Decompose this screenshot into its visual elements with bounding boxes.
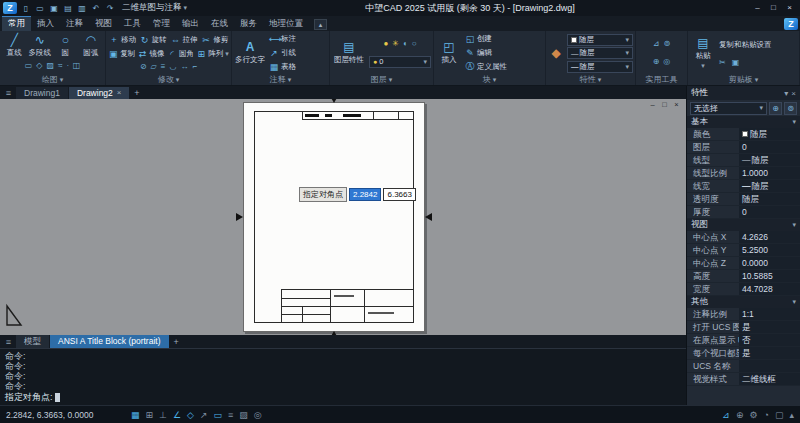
lineweight-toggle-icon[interactable]: ≡ — [228, 407, 233, 423]
maximize-button[interactable]: □ — [766, 2, 781, 14]
property-value[interactable]: 44.7028 — [739, 283, 800, 295]
layer-freeze-icon[interactable]: ✳ — [392, 39, 399, 49]
close-button[interactable]: × — [782, 2, 797, 14]
layout-list-icon[interactable]: ≡ — [2, 336, 15, 348]
status-menu-icon[interactable]: ▴ — [789, 407, 794, 423]
tab-model[interactable]: 模型 — [16, 335, 49, 348]
property-value[interactable]: 二维线框 — [739, 373, 800, 385]
polar-toggle-icon[interactable]: ∠ — [173, 407, 181, 423]
cut-icon[interactable]: ✂ — [719, 58, 726, 68]
property-value[interactable]: 1:1 — [739, 308, 800, 320]
explode-icon[interactable]: ◡ — [169, 62, 176, 72]
property-value[interactable]: 随层 — [739, 128, 800, 140]
rectangle-icon[interactable]: ▭ — [25, 61, 33, 71]
mtext-button[interactable]: A 多行文字 — [234, 32, 266, 74]
ribbon-tab-annotate[interactable]: 注释 — [60, 16, 89, 31]
new-tab-button[interactable]: + — [130, 87, 143, 99]
property-value[interactable]: 随层 — [739, 193, 800, 205]
layer-off-icon[interactable]: ○ — [412, 39, 417, 49]
property-value[interactable]: 5.2500 — [739, 244, 800, 256]
properties-palette-header[interactable]: 特性 ▾ × — [687, 86, 800, 100]
isolate-objects-icon[interactable]: ◔ — [764, 407, 769, 423]
ribbon-tab-insert[interactable]: 插入 — [31, 16, 60, 31]
property-value[interactable] — [739, 360, 800, 372]
annotation-scale-icon[interactable]: ⊿ — [722, 407, 730, 423]
properties-panel-caption[interactable]: 特性 ▾ — [548, 74, 633, 85]
draw-panel-caption[interactable]: 绘图 ▾ — [2, 74, 103, 85]
mirror-button[interactable]: ⇄镜像 — [138, 48, 165, 61]
layer-properties-button[interactable]: ▤ 图层特性 — [332, 32, 366, 74]
snap-toggle-icon[interactable]: ⊞ — [146, 407, 154, 423]
ribbon-tab-geolocation[interactable]: 地理位置 — [263, 16, 309, 31]
layer-on-icon[interactable]: ● — [383, 39, 388, 49]
ribbon-collapse-button[interactable]: ▴ — [314, 19, 327, 30]
circle-button[interactable]: ○ 圆 — [53, 34, 78, 58]
point-style-icon[interactable]: ⊕ — [653, 57, 660, 67]
edit-block-button[interactable]: ✎编辑 — [465, 47, 507, 60]
chamfer-icon[interactable]: ⌐ — [192, 62, 197, 72]
quick-select-button[interactable]: ⊚ — [784, 102, 797, 115]
leader-button[interactable]: ↗引线 — [269, 47, 296, 60]
grid-toggle-icon[interactable]: ▦ — [131, 407, 140, 423]
print-icon[interactable]: ▤ — [62, 3, 74, 14]
command-input[interactable]: 指定对角点: — [5, 391, 681, 403]
transparency-toggle-icon[interactable]: ▨ — [239, 407, 248, 423]
new-icon[interactable]: ▯ — [20, 3, 32, 14]
copy-paste-settings-button[interactable]: 复制和粘贴设置 — [719, 38, 772, 51]
tab-drawing1[interactable]: Drawing1 — [16, 87, 68, 99]
property-value[interactable]: —随层 — [739, 154, 800, 166]
ribbon-tab-manage[interactable]: 管理 — [147, 16, 176, 31]
open-icon[interactable]: ▭ — [34, 3, 46, 14]
scale-icon[interactable]: ▱ — [151, 62, 157, 72]
redo-icon[interactable]: ↷ — [104, 3, 116, 14]
doc-close-icon[interactable]: × — [672, 101, 681, 109]
plot-icon[interactable]: ▥ — [76, 3, 88, 14]
polyline-button[interactable]: ∿ 多段线 — [28, 34, 53, 58]
dynamic-input-toggle-icon[interactable]: ▭ — [213, 407, 222, 423]
ribbon-tab-output[interactable]: 输出 — [176, 16, 205, 31]
clean-screen-icon[interactable]: ▢ — [775, 407, 784, 423]
layers-panel-caption[interactable]: 图层 ▾ — [332, 74, 431, 85]
line-button[interactable]: ╱ 直线 — [2, 34, 27, 58]
dynamic-input-x-field[interactable]: 2.2842 — [349, 188, 381, 201]
array-button[interactable]: ⊞阵列▾ — [196, 48, 229, 61]
move-button[interactable]: +移动 — [109, 33, 136, 46]
block-panel-caption[interactable]: 块 ▾ — [436, 74, 543, 85]
dynamic-input-y-field[interactable]: 6.3663 — [383, 188, 415, 201]
linetype-control-combo[interactable]: — 随层 ▾ — [567, 47, 633, 59]
app-menu-icon[interactable]: Z — [3, 2, 17, 14]
property-value[interactable]: 0 — [739, 141, 800, 153]
offset-icon[interactable]: ≡ — [161, 62, 166, 72]
property-value[interactable]: 10.5885 — [739, 270, 800, 282]
layer-select-combo[interactable]: ● 0 ▾ — [369, 56, 431, 68]
command-window[interactable]: 命令: 命令: 命令: 命令: 指定对角点: — [0, 348, 686, 405]
ribbon-tab-view[interactable]: 视图 — [89, 16, 118, 31]
new-layout-button[interactable]: + — [170, 336, 183, 348]
ribbon-tab-tools[interactable]: 工具 — [118, 16, 147, 31]
tab-close-icon[interactable]: × — [117, 88, 122, 98]
create-block-button[interactable]: ◱创建 — [465, 33, 507, 46]
selection-cycling-toggle-icon[interactable]: ◎ — [254, 407, 262, 423]
region-icon[interactable]: ◫ — [73, 61, 81, 71]
workspace-gear-icon[interactable]: ⚙ — [749, 407, 757, 423]
ribbon-tab-home[interactable]: 常用 — [2, 16, 31, 31]
stretch-button[interactable]: ⇔拉伸 — [170, 33, 197, 46]
measure-icon[interactable]: ⊿ — [653, 39, 660, 49]
lineweight-control-combo[interactable]: — 随层 ▾ — [567, 61, 633, 73]
minimize-button[interactable]: – — [750, 2, 765, 14]
match-properties-button[interactable]: ◆ — [548, 32, 564, 74]
ortho-toggle-icon[interactable]: ⊥ — [159, 407, 167, 423]
property-value[interactable]: 否 — [739, 334, 800, 346]
property-value[interactable]: —随层 — [739, 180, 800, 192]
clipboard-panel-caption[interactable]: 剪贴板 ▾ — [690, 74, 797, 85]
point-icon[interactable]: ∙ — [66, 61, 68, 71]
dimension-button[interactable]: ⟷标注 — [269, 33, 296, 46]
osnap-toggle-icon[interactable]: ◇ — [187, 407, 194, 423]
erase-icon[interactable]: ⊘ — [140, 62, 147, 72]
property-value[interactable]: 1.0000 — [739, 167, 800, 179]
annotate-panel-caption[interactable]: 注释 ▾ — [234, 74, 327, 85]
ribbon-tab-online[interactable]: 在线 — [205, 16, 234, 31]
arc-button[interactable]: ◠ 圆弧 — [79, 34, 104, 58]
utilities-panel-caption[interactable]: 实用工具 — [638, 74, 685, 85]
copy-clip-icon[interactable]: ▣ — [732, 58, 740, 68]
